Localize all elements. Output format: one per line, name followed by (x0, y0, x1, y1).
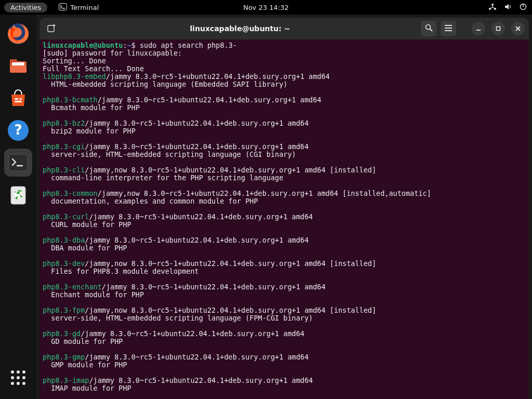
shopping-bag-icon (7, 87, 29, 109)
svg-rect-11 (10, 65, 26, 73)
terminal-output[interactable]: linuxcapable@ubuntu:~$ sudo apt search p… (39, 39, 529, 399)
minimize-button[interactable] (472, 22, 485, 35)
svg-point-25 (22, 376, 25, 379)
network-icon (488, 3, 497, 12)
svg-text:?: ? (14, 122, 22, 138)
svg-point-26 (11, 382, 14, 385)
svg-point-24 (17, 376, 20, 379)
svg-rect-16 (9, 154, 28, 171)
svg-rect-0 (59, 3, 67, 10)
search-icon (424, 23, 433, 34)
app-indicator[interactable]: Terminal (59, 3, 99, 12)
minimize-icon (475, 24, 482, 34)
firefox-launcher[interactable] (4, 20, 32, 48)
files-icon (7, 55, 29, 77)
terminal-window: linuxcapable@ubuntu: ~ linuxcapable@ubun… (39, 18, 529, 399)
trash-launcher[interactable] (4, 181, 32, 209)
svg-point-21 (17, 370, 20, 374)
clock[interactable]: Nov 23 14:32 (243, 4, 289, 11)
svg-rect-12 (15, 101, 22, 102)
help-launcher[interactable]: ? (4, 116, 32, 144)
terminal-launcher[interactable] (4, 149, 32, 177)
svg-point-22 (22, 370, 25, 374)
firefox-icon (7, 22, 30, 45)
terminal-icon (59, 3, 67, 12)
close-button[interactable] (511, 22, 525, 35)
svg-point-23 (11, 376, 14, 379)
svg-rect-37 (497, 26, 500, 30)
svg-line-32 (430, 29, 432, 31)
grid-icon (9, 369, 27, 387)
window-title: linuxcapable@ubuntu: ~ (63, 24, 417, 33)
app-name-label: Terminal (70, 4, 99, 11)
help-icon: ? (7, 119, 30, 142)
maximize-button[interactable] (491, 22, 505, 35)
show-apps-launcher[interactable] (4, 364, 32, 392)
activities-button[interactable]: Activities (4, 3, 47, 12)
svg-point-1 (491, 4, 494, 6)
terminal-app-icon (8, 153, 29, 172)
volume-icon (504, 3, 512, 12)
menu-button[interactable] (441, 21, 456, 36)
svg-point-27 (17, 382, 20, 385)
new-tab-button[interactable] (44, 21, 59, 36)
software-launcher[interactable] (4, 84, 32, 112)
svg-point-20 (11, 370, 14, 374)
dock: ? (0, 15, 36, 399)
gnome-topbar: Activities Terminal Nov 23 14:32 (0, 0, 532, 15)
hamburger-icon (444, 24, 453, 34)
trash-icon (8, 183, 29, 206)
svg-point-31 (426, 25, 431, 30)
svg-point-28 (22, 382, 25, 385)
search-button[interactable] (421, 21, 436, 36)
power-icon (520, 3, 527, 12)
maximize-icon (495, 24, 501, 34)
terminal-headerbar: linuxcapable@ubuntu: ~ (39, 18, 529, 39)
close-icon (515, 24, 521, 34)
status-area[interactable] (488, 3, 527, 12)
svg-rect-29 (48, 25, 54, 32)
files-launcher[interactable] (4, 52, 32, 80)
